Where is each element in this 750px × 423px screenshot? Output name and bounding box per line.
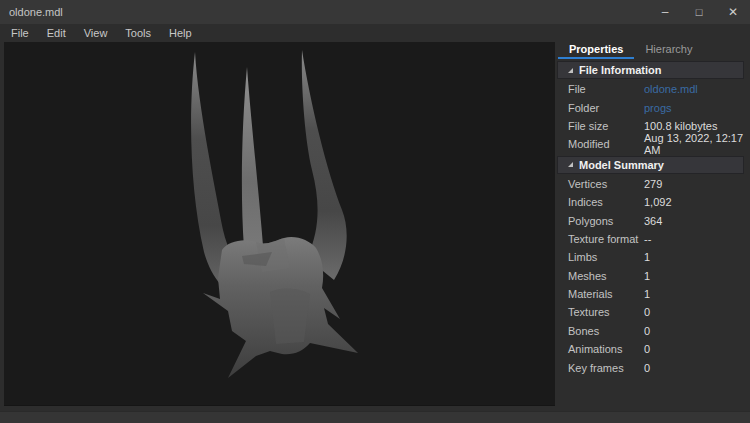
property-label: Textures	[556, 306, 644, 318]
section-title: Model Summary	[579, 159, 664, 171]
property-value: 0	[644, 325, 650, 337]
property-row: File oldone.mdl	[556, 80, 750, 98]
model-viewport[interactable]	[4, 42, 555, 406]
close-button[interactable]: ✕	[716, 0, 750, 24]
window-title: oldone.mdl	[0, 6, 648, 18]
property-label: File size	[556, 120, 644, 132]
property-row: Indices 1,092	[556, 193, 750, 211]
menu-item-edit[interactable]: Edit	[38, 27, 75, 39]
property-label: Meshes	[556, 270, 644, 282]
minimize-button[interactable]: –	[648, 0, 682, 24]
property-label: File	[556, 83, 644, 95]
property-value: 0	[644, 362, 650, 374]
section-title: File Information	[579, 64, 662, 76]
property-label: Polygons	[556, 215, 644, 227]
expander-icon	[568, 68, 573, 73]
titlebar: oldone.mdl – □ ✕	[0, 0, 750, 24]
oldone-model-render	[4, 42, 555, 405]
maximize-button[interactable]: □	[682, 0, 716, 24]
app-window: { "window": { "title": "oldone.mdl", "mi…	[0, 0, 750, 423]
properties-panel: Properties Hierarchy File Information Fi…	[556, 42, 750, 412]
property-label: Folder	[556, 102, 644, 114]
property-value: 0	[644, 343, 650, 355]
property-value: Aug 13, 2022, 12:17 AM	[644, 132, 750, 156]
property-label: Limbs	[556, 251, 644, 263]
expander-icon	[568, 162, 573, 167]
footer-strip	[0, 411, 750, 423]
property-row: Key frames 0	[556, 358, 750, 376]
property-row: Materials 1	[556, 285, 750, 303]
property-label: Animations	[556, 343, 644, 355]
menu-item-tools[interactable]: Tools	[116, 27, 160, 39]
property-row: Vertices 279	[556, 175, 750, 193]
tab-properties[interactable]: Properties	[558, 42, 634, 59]
property-value: 1	[644, 288, 650, 300]
property-row: Textures 0	[556, 303, 750, 321]
property-value: 1,092	[644, 196, 672, 208]
property-label: Modified	[556, 138, 644, 150]
file-link[interactable]: oldone.mdl	[644, 83, 698, 95]
folder-link[interactable]: progs	[644, 102, 672, 114]
property-row: Texture format --	[556, 230, 750, 248]
menubar: File Edit View Tools Help	[0, 24, 750, 42]
property-value: 1	[644, 270, 650, 282]
property-row: Limbs 1	[556, 248, 750, 266]
property-value: --	[644, 233, 651, 245]
property-value: 279	[644, 178, 662, 190]
property-value: 0	[644, 306, 650, 318]
property-value: 1	[644, 251, 650, 263]
section-header-file-information[interactable]: File Information	[557, 61, 744, 79]
window-controls: – □ ✕	[648, 0, 750, 24]
property-row: Animations 0	[556, 340, 750, 358]
property-row: Polygons 364	[556, 211, 750, 229]
file-information-rows: File oldone.mdl Folder progs File size 1…	[556, 80, 750, 154]
tab-hierarchy[interactable]: Hierarchy	[634, 42, 703, 59]
property-label: Indices	[556, 196, 644, 208]
property-label: Bones	[556, 325, 644, 337]
property-label: Materials	[556, 288, 644, 300]
property-label: Vertices	[556, 178, 644, 190]
property-row: Modified Aug 13, 2022, 12:17 AM	[556, 135, 750, 153]
menu-item-help[interactable]: Help	[160, 27, 201, 39]
property-label: Texture format	[556, 233, 644, 245]
property-label: Key frames	[556, 362, 644, 374]
property-row: Meshes 1	[556, 267, 750, 285]
property-value: 100.8 kilobytes	[644, 120, 717, 132]
property-row: Bones 0	[556, 322, 750, 340]
section-header-model-summary[interactable]: Model Summary	[557, 156, 744, 174]
panel-tabs: Properties Hierarchy	[558, 42, 750, 59]
menu-item-view[interactable]: View	[75, 27, 117, 39]
property-value: 364	[644, 215, 662, 227]
menu-item-file[interactable]: File	[2, 27, 38, 39]
property-row: Folder progs	[556, 98, 750, 116]
model-summary-rows: Vertices 279 Indices 1,092 Polygons 364 …	[556, 175, 750, 377]
